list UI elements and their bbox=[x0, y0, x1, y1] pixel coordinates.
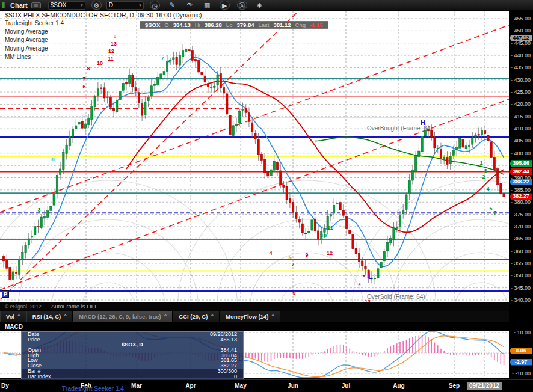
month-label: Jul bbox=[342, 382, 350, 389]
toolbar: Chart ▥ $SOX ▾ ⚙ D ▾ ◷✎↷▦▶Ⓐ◈ bbox=[0, 0, 533, 11]
data-window-icon[interactable]: ▦ bbox=[202, 1, 212, 10]
auto-scale-icon[interactable]: Ⓐ bbox=[237, 1, 247, 10]
high-value: 386.28 bbox=[205, 22, 222, 28]
price-tick: 420.00 bbox=[511, 101, 531, 107]
layout-badge-icon[interactable]: ▥ bbox=[31, 2, 41, 8]
seeker-count-annotation: 8 bbox=[87, 66, 90, 72]
interval-clock-icon[interactable]: ◷ bbox=[150, 1, 160, 10]
seeker-count-annotation: 7 bbox=[291, 262, 294, 268]
seeker-count-annotation: 5 bbox=[489, 206, 492, 212]
retracement-tool-icon[interactable]: ↷ bbox=[185, 1, 195, 10]
symbol-input[interactable]: $SOX ▾ bbox=[48, 1, 85, 10]
macd-badge: -2.97 bbox=[510, 359, 532, 366]
seeker-count-annotation: 7 bbox=[82, 76, 85, 82]
open-label: O bbox=[164, 22, 168, 28]
seeker-count-annotation: 2 bbox=[482, 174, 485, 180]
chart-window: Chart ▥ $SOX ▾ ⚙ D ▾ ◷✎↷▦▶Ⓐ◈ $SOX PHLX S… bbox=[0, 0, 533, 392]
cursor-date-badge: 09/21/2012 bbox=[467, 382, 502, 390]
pivot-p-badge: P bbox=[2, 290, 9, 298]
time-axis-partial-label: Dy bbox=[1, 382, 9, 389]
seeker-count-annotation: 4 bbox=[269, 250, 272, 256]
eraser-icon[interactable]: ◈ bbox=[254, 1, 265, 10]
seeker-count-annotation: 9 bbox=[292, 290, 295, 296]
price-tick: 410.00 bbox=[511, 126, 531, 132]
seeker-count-annotation: 10 bbox=[321, 233, 327, 239]
price-badge: 388.22 bbox=[510, 179, 532, 185]
chevron-down-icon[interactable]: ▾ bbox=[81, 3, 83, 8]
tab-close-icon[interactable]: × bbox=[164, 312, 167, 317]
tab-label: MACD (12, 26, C, 9, false, true) bbox=[79, 313, 161, 320]
high-label: Hi bbox=[195, 22, 200, 28]
chevron-down-icon[interactable]: ▾ bbox=[139, 3, 141, 8]
symbol-search-icon[interactable]: ⚙ bbox=[91, 1, 102, 10]
tab-label: MoneyFlow (14) bbox=[226, 313, 268, 320]
price-tick: 440.00 bbox=[511, 52, 531, 58]
tab-close-icon[interactable]: × bbox=[211, 312, 214, 317]
tab-macd[interactable]: MACD (12, 26, C, 9, false, true)× bbox=[73, 311, 173, 322]
tooltip-row: Bar #300/300 bbox=[22, 369, 243, 374]
price-tick: 375.00 bbox=[511, 212, 531, 218]
price-tick: 455.00 bbox=[511, 16, 531, 22]
tab-close-icon[interactable]: × bbox=[271, 312, 274, 317]
price-badge: 395.86 bbox=[510, 160, 532, 167]
seeker-count-annotation: 7 bbox=[493, 210, 496, 216]
copyright-text: © eSignal, 2012 bbox=[5, 304, 42, 310]
low-value: 379.84 bbox=[236, 22, 254, 28]
tab-label: Vol bbox=[6, 313, 14, 320]
month-label: Mar bbox=[131, 382, 142, 389]
last-value: 381.12 bbox=[273, 22, 291, 28]
seeker-count-annotation: 9 bbox=[305, 252, 308, 258]
cursor-data-tooltip: Date09/28/2012Price455.13$SOX, DOpen384.… bbox=[21, 331, 244, 379]
tab-cci[interactable]: CCI (20, C)× bbox=[173, 311, 220, 322]
indicator-tabs: Vol×RSI (14, C)×MACD (12, 26, C, 9, fals… bbox=[0, 311, 509, 322]
window-link-icon[interactable] bbox=[2, 2, 5, 8]
seeker-count-annotation: 6 bbox=[82, 84, 85, 90]
price-tick: 365.00 bbox=[511, 236, 531, 242]
watermark-text: Tradesight Seeker 1.4 bbox=[62, 385, 124, 392]
legend-item: Moving Average bbox=[5, 45, 48, 52]
price-tick: 400.00 bbox=[511, 150, 531, 156]
seeker-count-annotation: 10 bbox=[97, 60, 103, 66]
chg-label: Chg bbox=[295, 22, 306, 28]
oversold-label: OverSold (Frame: 64) bbox=[367, 293, 425, 300]
price-badge: 392.44 bbox=[510, 168, 532, 175]
price-tick: 430.00 bbox=[511, 77, 531, 83]
tab-rsi[interactable]: RSI (14, C)× bbox=[26, 311, 73, 322]
price-tick: 435.00 bbox=[511, 64, 531, 70]
legend-item: Moving Average bbox=[5, 28, 48, 35]
seeker-count-annotation: 13 bbox=[111, 41, 117, 47]
tab-label: CCI (20, C) bbox=[179, 313, 208, 320]
legend-item: Moving Average bbox=[5, 37, 48, 43]
legend-item: MM Lines bbox=[5, 54, 31, 60]
symbol-value: $SOX bbox=[51, 2, 67, 8]
autoframe-status: AutoFrame is OFF bbox=[51, 303, 98, 310]
seeker-count-annotation: 12 bbox=[108, 48, 114, 54]
tooltip-row: Bar Index0 bbox=[22, 374, 243, 379]
price-axis[interactable]: 455.00450.00445.00440.00435.00430.00425.… bbox=[509, 0, 533, 392]
tab-moneyflow[interactable]: MoneyFlow (14)× bbox=[220, 311, 280, 322]
chg-value: -1.15 bbox=[310, 22, 323, 28]
tab-close-icon[interactable]: × bbox=[17, 312, 20, 317]
tooltip-row: High385.04 bbox=[22, 353, 243, 358]
seeker-count-annotation: 4 bbox=[486, 186, 489, 192]
legend-item: Tradesight Seeker 1.4 bbox=[5, 20, 64, 26]
quote-databar: $SOX O 384.13 Hi 386.28 Lo 379.84 Last 3… bbox=[140, 21, 328, 29]
seeker-count-annotation: 3 bbox=[37, 207, 40, 213]
tab-close-icon[interactable]: × bbox=[64, 312, 67, 317]
play-forward-icon[interactable]: ▶ bbox=[220, 1, 230, 10]
seeker-count-annotation: * bbox=[359, 282, 361, 288]
price-tick: 370.00 bbox=[511, 224, 531, 230]
seeker-count-annotation: 3 bbox=[484, 168, 487, 174]
seeker-count-annotation: 8 bbox=[51, 156, 54, 162]
month-label: May bbox=[235, 382, 246, 389]
price-tick: 450.00 bbox=[511, 28, 531, 34]
draw-pencil-icon[interactable]: ✎ bbox=[167, 1, 177, 10]
open-value: 384.13 bbox=[173, 22, 191, 28]
window-title: Chart bbox=[10, 2, 28, 9]
interval-input[interactable]: D ▾ bbox=[106, 1, 144, 10]
low-label: Lo bbox=[226, 22, 233, 28]
macd-tick: 10.00 bbox=[514, 329, 531, 335]
tab-vol[interactable]: Vol× bbox=[0, 311, 26, 322]
month-label: Apr bbox=[185, 382, 196, 389]
seeker-count-annotation: 1 bbox=[479, 160, 482, 166]
